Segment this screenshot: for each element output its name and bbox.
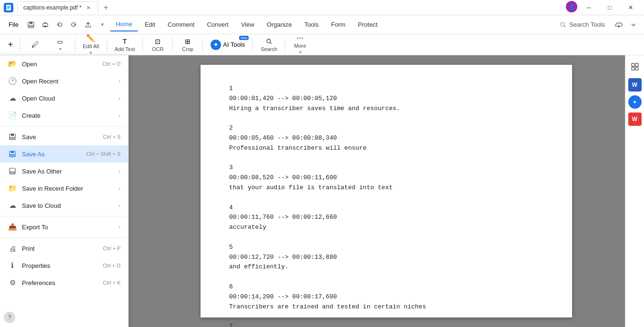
zoom-in-btn[interactable]: + bbox=[4, 38, 17, 51]
svg-rect-16 bbox=[11, 134, 14, 136]
menu-item-save[interactable]: Save Ctrl + S bbox=[0, 128, 128, 145]
share-btn[interactable] bbox=[81, 18, 95, 31]
svg-rect-3 bbox=[7, 8, 9, 9]
menu-tab-convert[interactable]: Convert bbox=[201, 18, 234, 31]
preferences-label: Preferences bbox=[22, 279, 103, 286]
menu-tab-tools[interactable]: Tools bbox=[299, 18, 324, 31]
panel-word-btn[interactable]: W bbox=[628, 78, 642, 92]
maximize-btn[interactable]: □ bbox=[600, 1, 619, 14]
more-dropdown-icon: ▾ bbox=[299, 50, 302, 55]
save-as-label: Save As bbox=[22, 151, 86, 158]
search-btn[interactable]: Search bbox=[256, 36, 282, 54]
svg-rect-6 bbox=[29, 25, 33, 27]
properties-label: Properties bbox=[22, 262, 102, 269]
menu-item-export[interactable]: 📤 Export To › bbox=[0, 218, 128, 235]
menu-tab-organize[interactable]: Organize bbox=[261, 18, 298, 31]
ocr-btn[interactable]: ⊡ OCR bbox=[146, 36, 170, 54]
svg-rect-23 bbox=[632, 63, 634, 66]
print-icon: 🖨 bbox=[8, 244, 17, 253]
menu-tab-protect[interactable]: Protect bbox=[352, 18, 383, 31]
collapse-btn[interactable] bbox=[627, 18, 640, 31]
crop-btn[interactable]: ⊞ Crop bbox=[176, 36, 200, 54]
menu-item-open-cloud[interactable]: ☁ Open Cloud › bbox=[0, 90, 128, 107]
search-icon bbox=[265, 38, 273, 45]
tab-captions[interactable]: captions-example.pdf * ✕ bbox=[17, 1, 98, 13]
save-recent-label: Save in Recent Folder bbox=[22, 185, 117, 192]
menu-tab-home[interactable]: Home bbox=[110, 18, 138, 31]
save-cloud-arrow: › bbox=[119, 203, 121, 208]
panel-ai-btn[interactable]: ✦ bbox=[628, 95, 642, 109]
print-label: Print bbox=[22, 245, 103, 252]
search-label: Search bbox=[261, 46, 277, 52]
svg-line-14 bbox=[270, 42, 272, 44]
tab-close-btn[interactable]: ✕ bbox=[84, 4, 92, 11]
menu-item-open[interactable]: 📂 Open Ctrl + O bbox=[0, 55, 128, 72]
properties-shortcut: Ctrl + D bbox=[102, 263, 121, 268]
svg-rect-1 bbox=[7, 6, 10, 7]
export-arrow: › bbox=[119, 224, 121, 230]
svg-rect-5 bbox=[30, 22, 32, 24]
svg-point-13 bbox=[267, 39, 271, 43]
create-arrow: › bbox=[119, 112, 121, 118]
menu-item-save-as[interactable]: Save As Ctrl + Shift + S bbox=[0, 145, 128, 163]
menu-tab-form[interactable]: Form bbox=[325, 18, 351, 31]
separator-file-2 bbox=[0, 216, 128, 216]
save-cloud-icon: ☁ bbox=[8, 201, 17, 210]
dropdown-btn[interactable]: ▼ bbox=[96, 18, 109, 31]
more-btn[interactable]: ⋯ More ▾ bbox=[288, 32, 312, 57]
crop-label: Crop bbox=[182, 46, 193, 52]
pdf-content: 1 00:00:01,420 --> 00:00:05,120 Hiring a… bbox=[229, 84, 543, 327]
create-icon: 📄 bbox=[8, 111, 17, 120]
cloud-save-btn[interactable] bbox=[612, 18, 626, 32]
menu-item-preferences[interactable]: ⚙ Preferences Ctrl + K bbox=[0, 274, 128, 291]
panel-word2-btn[interactable]: W bbox=[628, 112, 642, 126]
tab-bar: captions-example.pdf * ✕ + bbox=[17, 1, 562, 13]
help-btn[interactable]: ? bbox=[4, 312, 15, 323]
shape-btn[interactable]: ▭ ▾ bbox=[48, 36, 72, 53]
save-recent-icon: 📁 bbox=[8, 184, 17, 193]
separator-file-1 bbox=[0, 126, 128, 126]
svg-rect-26 bbox=[635, 67, 638, 70]
separator-3 bbox=[107, 38, 107, 52]
menu-item-properties[interactable]: ℹ Properties Ctrl + D bbox=[0, 257, 128, 274]
more-label: More bbox=[294, 43, 306, 49]
add-text-btn[interactable]: T Add Text bbox=[110, 35, 140, 54]
separator-8 bbox=[285, 38, 285, 52]
save-shortcut: Ctrl + S bbox=[103, 134, 121, 140]
separator-file-3 bbox=[0, 237, 128, 238]
edit-all-btn[interactable]: ✏️ Edit All ▾ bbox=[78, 32, 104, 57]
menu-tab-view[interactable]: View bbox=[235, 18, 260, 31]
save-icon-btn[interactable] bbox=[24, 18, 38, 31]
file-menu-btn[interactable]: File bbox=[4, 19, 23, 30]
close-btn[interactable]: ✕ bbox=[621, 1, 640, 14]
user-avatar[interactable]: 👤 bbox=[566, 1, 577, 12]
svg-rect-24 bbox=[635, 63, 638, 66]
create-label: Create bbox=[22, 112, 117, 119]
menu-tab-comment[interactable]: Comment bbox=[162, 18, 200, 31]
add-text-label: Add Text bbox=[115, 46, 135, 52]
highlight-icon: 🖊 bbox=[31, 41, 39, 49]
new-tab-btn[interactable]: + bbox=[100, 2, 111, 13]
right-panel: W ✦ W bbox=[625, 55, 644, 327]
ai-new-badge: New bbox=[239, 36, 249, 40]
svg-rect-8 bbox=[44, 22, 47, 24]
menu-item-create[interactable]: 📄 Create › bbox=[0, 107, 128, 124]
menu-item-save-recent[interactable]: 📁 Save in Recent Folder › bbox=[0, 180, 128, 197]
open-recent-label: Open Recent bbox=[22, 78, 117, 85]
menu-item-open-recent[interactable]: 🕐 Open Recent › bbox=[0, 72, 128, 90]
save-cloud-label: Save to Cloud bbox=[22, 202, 117, 209]
redo-btn[interactable] bbox=[67, 18, 80, 31]
menu-item-print[interactable]: 🖨 Print Ctrl + P bbox=[0, 240, 128, 257]
minimize-btn[interactable]: ─ bbox=[579, 1, 598, 14]
highlight-btn[interactable]: 🖊 bbox=[23, 39, 47, 51]
edit-all-label: Edit All bbox=[83, 43, 99, 49]
menu-item-save-cloud[interactable]: ☁ Save to Cloud › bbox=[0, 197, 128, 214]
print-icon-btn[interactable] bbox=[39, 18, 52, 31]
undo-btn[interactable] bbox=[53, 18, 66, 31]
ai-tools-btn[interactable]: ✦ AI Tools New bbox=[206, 38, 250, 52]
menu-item-save-as-other[interactable]: Save As Other › bbox=[0, 163, 128, 180]
menu-tab-edit[interactable]: Edit bbox=[139, 18, 161, 31]
search-tools-btn[interactable]: Search Tools bbox=[554, 19, 611, 30]
save-as-other-icon bbox=[8, 166, 17, 176]
panel-settings-btn[interactable] bbox=[627, 59, 643, 74]
